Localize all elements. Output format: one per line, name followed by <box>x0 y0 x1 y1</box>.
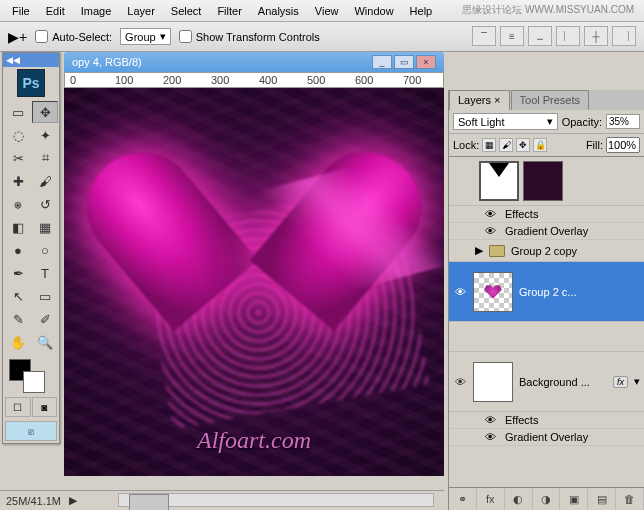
visibility-icon[interactable]: 👁 <box>485 414 499 426</box>
menu-image[interactable]: Image <box>73 2 120 20</box>
visibility-icon[interactable]: 👁 <box>485 208 499 220</box>
history-brush-icon[interactable]: ↺ <box>32 193 58 215</box>
align-buttons: ⎺ ≡ ⎽ ⎸ ┼ ⎹ <box>472 26 636 46</box>
layer-style-button[interactable]: fx <box>477 488 505 510</box>
fill-input[interactable] <box>606 137 640 153</box>
layer-thumbnail[interactable] <box>473 272 513 312</box>
type-tool-icon[interactable]: T <box>32 262 58 284</box>
panel-tabs: Layers × Tool Presets <box>449 90 644 110</box>
pen-tool-icon[interactable]: ✒ <box>5 262 31 284</box>
adjustment-layer-button[interactable]: ◑ <box>533 488 561 510</box>
blend-mode-dropdown[interactable]: Soft Light▾ <box>453 113 558 130</box>
opacity-input[interactable] <box>606 114 640 129</box>
layer-name[interactable]: Background ... <box>519 376 590 388</box>
hand-tool-icon[interactable]: ✋ <box>5 331 31 353</box>
gradient-tool-icon[interactable]: ▦ <box>32 216 58 238</box>
expand-icon[interactable]: ▶ <box>475 244 483 257</box>
visibility-icon[interactable]: 👁 <box>453 376 467 388</box>
new-layer-button[interactable]: ▤ <box>588 488 616 510</box>
toolbox-header[interactable]: ◀◀ <box>3 53 59 67</box>
visibility-icon[interactable]: 👁 <box>485 431 499 443</box>
background-color[interactable] <box>23 371 45 393</box>
tab-layers[interactable]: Layers × <box>449 90 510 110</box>
slice-tool-icon[interactable]: ⌗ <box>32 147 58 169</box>
chevron-down-icon[interactable]: ▾ <box>634 375 640 388</box>
menu-layer[interactable]: Layer <box>119 2 163 20</box>
ruler-horizontal: 0 100 200 300 400 500 600 700 800 <box>64 72 444 88</box>
auto-select-checkbox[interactable]: Auto-Select: <box>35 30 112 43</box>
move-tool-icon[interactable]: ✥ <box>32 101 58 123</box>
menu-view[interactable]: View <box>307 2 347 20</box>
zoom-tool-icon[interactable]: 🔍 <box>32 331 58 353</box>
layer-action-buttons: ⚭ fx ◐ ◑ ▣ ▤ 🗑 <box>449 487 644 510</box>
delete-layer-button[interactable]: 🗑 <box>616 488 644 510</box>
align-top-icon[interactable]: ⎺ <box>472 26 496 46</box>
layer-thumbnail[interactable] <box>479 161 519 201</box>
new-group-button[interactable]: ▣ <box>560 488 588 510</box>
lock-position-icon[interactable]: ✥ <box>516 138 530 152</box>
menu-filter[interactable]: Filter <box>209 2 249 20</box>
shape-tool-icon[interactable]: ▭ <box>32 285 58 307</box>
layer-mask-button[interactable]: ◐ <box>505 488 533 510</box>
layer-row-selected[interactable]: 👁 Group 2 c... <box>449 262 644 322</box>
standard-mode-button[interactable]: ☐ <box>5 397 31 417</box>
layer-row[interactable] <box>449 157 644 206</box>
visibility-icon[interactable]: 👁 <box>485 225 499 237</box>
canvas[interactable]: Alfoart.com <box>64 88 444 476</box>
scrollbar-thumb[interactable] <box>129 494 169 510</box>
quickmask-mode-button[interactable]: ◙ <box>32 397 58 417</box>
marquee-tool-icon[interactable]: ▭ <box>5 101 31 123</box>
close-button[interactable]: × <box>416 55 436 69</box>
layer-name[interactable]: Group 2 c... <box>519 286 576 298</box>
chevron-right-icon[interactable]: ▶ <box>69 494 77 507</box>
effect-gradient-overlay[interactable]: 👁Gradient Overlay <box>449 223 644 240</box>
brush-tool-icon[interactable]: 🖌 <box>32 170 58 192</box>
align-vcenter-icon[interactable]: ≡ <box>500 26 524 46</box>
eyedropper-tool-icon[interactable]: ✐ <box>32 308 58 330</box>
align-bottom-icon[interactable]: ⎽ <box>528 26 552 46</box>
menu-window[interactable]: Window <box>346 2 401 20</box>
dodge-tool-icon[interactable]: ○ <box>32 239 58 261</box>
color-swatches[interactable] <box>3 355 59 395</box>
effects-row[interactable]: 👁Effects <box>449 412 644 429</box>
eraser-tool-icon[interactable]: ◧ <box>5 216 31 238</box>
layer-list: 👁Effects 👁Gradient Overlay ▶Group 2 copy… <box>449 157 644 487</box>
group-row[interactable]: ▶Group 2 copy <box>449 240 644 262</box>
blur-tool-icon[interactable]: ● <box>5 239 31 261</box>
effects-row[interactable]: 👁Effects <box>449 206 644 223</box>
menu-file[interactable]: File <box>4 2 38 20</box>
crop-tool-icon[interactable]: ✂ <box>5 147 31 169</box>
effect-gradient-overlay[interactable]: 👁Gradient Overlay <box>449 429 644 446</box>
lock-paint-icon[interactable]: 🖌 <box>499 138 513 152</box>
lasso-tool-icon[interactable]: ◌ <box>5 124 31 146</box>
maximize-button[interactable]: ▭ <box>394 55 414 69</box>
stamp-tool-icon[interactable]: ⎈ <box>5 193 31 215</box>
link-layers-button[interactable]: ⚭ <box>449 488 477 510</box>
notes-tool-icon[interactable]: ✎ <box>5 308 31 330</box>
align-right-icon[interactable]: ⎹ <box>612 26 636 46</box>
lock-all-icon[interactable]: 🔒 <box>533 138 547 152</box>
wand-tool-icon[interactable]: ✦ <box>32 124 58 146</box>
transform-checkbox[interactable]: Show Transform Controls <box>179 30 320 43</box>
menu-analysis[interactable]: Analysis <box>250 2 307 20</box>
lock-transparency-icon[interactable]: ▦ <box>482 138 496 152</box>
align-hcenter-icon[interactable]: ┼ <box>584 26 608 46</box>
auto-select-dropdown[interactable]: Group▾ <box>120 28 171 45</box>
align-left-icon[interactable]: ⎸ <box>556 26 580 46</box>
lock-label: Lock: <box>453 139 479 151</box>
fx-badge[interactable]: fx <box>613 376 628 388</box>
heal-tool-icon[interactable]: ✚ <box>5 170 31 192</box>
screen-mode-button[interactable]: ⎚ <box>5 421 57 441</box>
path-tool-icon[interactable]: ↖ <box>5 285 31 307</box>
menu-edit[interactable]: Edit <box>38 2 73 20</box>
horizontal-scrollbar[interactable] <box>118 493 434 507</box>
menu-help[interactable]: Help <box>402 2 441 20</box>
layer-row-background[interactable]: 👁 Background ... fx▾ <box>449 352 644 412</box>
menu-select[interactable]: Select <box>163 2 210 20</box>
layer-thumbnail[interactable] <box>473 362 513 402</box>
move-tool-icon[interactable]: ▶+ <box>8 29 27 45</box>
tab-tool-presets[interactable]: Tool Presets <box>511 90 590 110</box>
visibility-icon[interactable]: 👁 <box>453 286 467 298</box>
minimize-button[interactable]: _ <box>372 55 392 69</box>
mask-thumbnail[interactable] <box>523 161 563 201</box>
